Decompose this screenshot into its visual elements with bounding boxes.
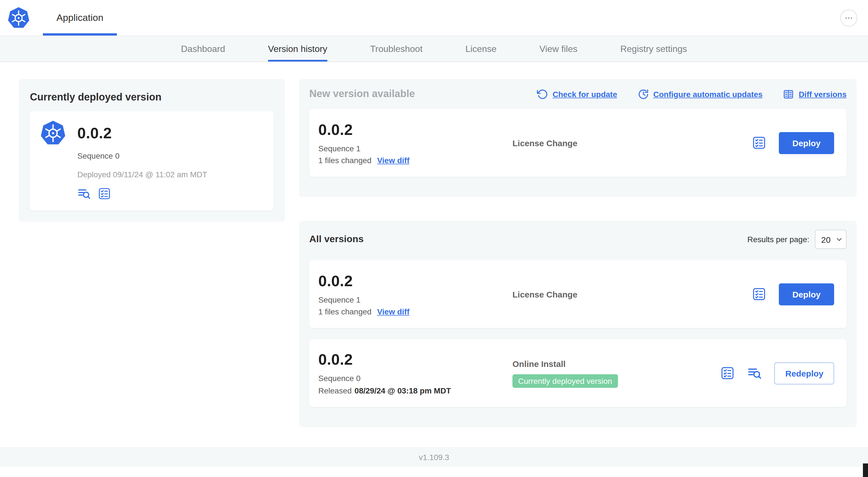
more-options-button[interactable] xyxy=(840,9,857,26)
logs-icon xyxy=(77,187,91,200)
currently-deployed-card: 0.0.2 Sequence 0 Deployed 09/11/24 @ 11:… xyxy=(30,111,274,211)
version-source-label: License Change xyxy=(513,138,752,148)
version-number: 0.0.2 xyxy=(318,121,513,139)
tab-version-history[interactable]: Version history xyxy=(268,36,327,62)
diff-versions-link[interactable]: Diff versions xyxy=(783,88,846,100)
preflight-checks-button[interactable] xyxy=(720,366,735,381)
currently-deployed-badge: Currently deployed version xyxy=(513,374,618,388)
view-diff-link[interactable]: View diff xyxy=(377,307,409,316)
deployed-version-number: 0.0.2 xyxy=(77,120,207,146)
tab-license[interactable]: License xyxy=(465,36,496,62)
redeploy-button[interactable]: Redeploy xyxy=(775,362,834,384)
version-sequence: Sequence 1 xyxy=(318,295,513,304)
new-version-panel: New version available Check for update xyxy=(299,79,857,197)
tab-view-files[interactable]: View files xyxy=(539,36,578,62)
tab-troubleshoot[interactable]: Troubleshoot xyxy=(370,36,423,62)
deploy-button[interactable]: Deploy xyxy=(779,132,834,154)
scrollbar-thumb[interactable] xyxy=(863,464,868,477)
ellipsis-icon xyxy=(844,13,853,22)
page: Application Dashboard Version history Tr… xyxy=(0,0,868,477)
version-row: 0.0.2 Sequence 0 Released08/29/24 @ 03:1… xyxy=(309,339,846,407)
tab-registry-settings[interactable]: Registry settings xyxy=(620,36,687,62)
deploy-button[interactable]: Deploy xyxy=(779,283,834,305)
checklist-icon xyxy=(752,287,767,301)
kubernetes-app-icon xyxy=(40,120,66,200)
app-tab-application[interactable]: Application xyxy=(43,0,117,35)
top-bar: Application xyxy=(0,0,868,36)
results-per-page-select[interactable]: 20 xyxy=(815,230,846,249)
released-timestamp: 08/29/24 @ 03:18 pm MDT xyxy=(354,386,451,395)
files-changed-label: 1 files changed xyxy=(318,307,371,316)
checklist-icon xyxy=(720,366,735,381)
released-label: Released xyxy=(318,386,351,395)
preflight-checks-button[interactable] xyxy=(752,287,767,301)
checklist-icon xyxy=(752,136,767,150)
results-per-page-label: Results per page: xyxy=(747,235,809,244)
files-changed-label: 1 files changed xyxy=(318,155,371,165)
diff-icon xyxy=(783,88,794,100)
section-nav: Dashboard Version history Troubleshoot L… xyxy=(0,36,868,62)
version-sequence: Sequence 1 xyxy=(318,144,513,153)
preflight-checks-button[interactable] xyxy=(752,136,767,150)
deployed-sequence: Sequence 0 xyxy=(77,151,207,160)
view-logs-button[interactable] xyxy=(747,366,762,381)
new-version-heading: New version available xyxy=(309,88,415,100)
version-row: 0.0.2 Sequence 1 1 files changed View di… xyxy=(309,260,846,328)
new-version-card: 0.0.2 Sequence 1 1 files changed View di… xyxy=(309,109,846,177)
version-sequence: Sequence 0 xyxy=(318,374,513,383)
preflight-checks-button[interactable] xyxy=(98,187,111,200)
footer: v1.109.3 xyxy=(0,447,868,467)
tab-dashboard[interactable]: Dashboard xyxy=(181,36,225,62)
all-versions-panel: All versions Results per page: 20 xyxy=(299,221,857,427)
version-number: 0.0.2 xyxy=(318,272,513,290)
configure-automatic-updates-link[interactable]: Configure automatic updates xyxy=(638,88,763,100)
currently-deployed-panel: Currently deployed version xyxy=(19,79,285,222)
view-diff-link[interactable]: View diff xyxy=(377,155,409,165)
console-version: v1.109.3 xyxy=(419,452,449,461)
refresh-icon xyxy=(537,88,548,100)
deployed-timestamp: Deployed 09/11/24 @ 11:02 am MDT xyxy=(77,170,207,179)
clock-icon xyxy=(638,88,649,100)
check-for-update-link[interactable]: Check for update xyxy=(537,88,617,100)
version-number: 0.0.2 xyxy=(318,351,513,368)
currently-deployed-heading: Currently deployed version xyxy=(30,91,274,103)
version-source-label: Online Install xyxy=(513,359,720,368)
logs-icon xyxy=(747,366,762,381)
main-content: Currently deployed version xyxy=(0,62,868,427)
version-source-label: License Change xyxy=(513,289,752,299)
kubernetes-logo-icon xyxy=(7,0,30,35)
all-versions-heading: All versions xyxy=(309,234,364,245)
checklist-icon xyxy=(98,187,111,200)
view-logs-button[interactable] xyxy=(77,187,91,200)
